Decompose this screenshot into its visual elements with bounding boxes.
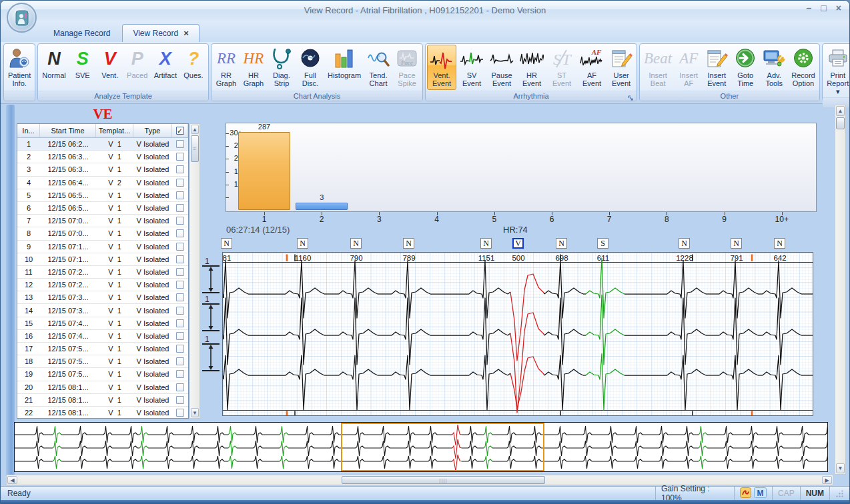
row-checkbox[interactable] <box>176 268 184 276</box>
main-scroll-thumb[interactable] <box>836 117 845 129</box>
beat-label-N[interactable]: N <box>679 238 690 249</box>
table-row[interactable]: 1912/15 07:5...V 1V Isolated <box>17 368 188 381</box>
ribbon-button-ques[interactable]: ?Ques. <box>180 45 207 90</box>
beat-label-V[interactable]: V <box>512 238 524 249</box>
column-header-type[interactable]: Type <box>133 124 172 137</box>
maximize-button[interactable]: □ <box>821 3 826 13</box>
beat-label-N[interactable]: N <box>403 238 414 249</box>
column-header-in[interactable]: In... <box>17 124 40 137</box>
row-checkbox[interactable] <box>176 281 184 289</box>
row-checkbox[interactable] <box>176 255 184 263</box>
minimize-button[interactable]: – <box>807 3 812 13</box>
ribbon-button-artifact[interactable]: XArtifact <box>151 45 179 90</box>
beat-label-N[interactable]: N <box>350 238 362 249</box>
row-checkbox[interactable] <box>176 165 184 173</box>
table-row[interactable]: 112/15 06:2...V 1V Isolated <box>17 138 188 151</box>
m-badge-icon[interactable]: M <box>754 487 767 500</box>
ribbon-button-histogram[interactable]: Histogram <box>325 45 364 90</box>
ribbon-button-insert-event[interactable]: InsertEvent <box>703 45 731 90</box>
table-row[interactable]: 712/15 07:0...V 1V Isolated <box>17 215 188 227</box>
ribbon-button-adv-tools[interactable]: Adv.Tools <box>760 45 788 90</box>
beat-label-S[interactable]: S <box>597 238 608 249</box>
row-checkbox[interactable] <box>176 370 184 378</box>
horizontal-scroll-thumb[interactable]: |||| <box>342 476 545 484</box>
row-checkbox[interactable] <box>176 191 184 199</box>
beat-label-N[interactable]: N <box>297 238 308 249</box>
row-checkbox[interactable] <box>176 409 184 417</box>
close-button[interactable]: × <box>836 3 841 13</box>
panel-splitter[interactable] <box>6 105 15 475</box>
row-checkbox[interactable] <box>176 307 184 315</box>
column-header-start-time[interactable]: Start Time <box>40 124 96 137</box>
scroll-left-icon[interactable]: ◀ <box>7 476 17 484</box>
beat-label-N[interactable]: N <box>731 238 742 249</box>
table-row[interactable]: 1612/15 07:4...V 1V Isolated <box>17 330 188 343</box>
row-checkbox[interactable] <box>176 140 184 148</box>
table-row[interactable]: 912/15 07:1...V 1V Isolated <box>17 241 188 253</box>
table-row[interactable]: 1312/15 07:3...V 1V Isolated <box>17 291 188 304</box>
ribbon-button-vent[interactable]: VVent. <box>97 45 123 90</box>
row-checkbox[interactable] <box>176 153 184 161</box>
row-checkbox[interactable] <box>176 243 184 251</box>
ribbon-button-af-event[interactable]: AFAFEvent <box>577 45 606 90</box>
overview-selection-box[interactable] <box>341 423 544 471</box>
ribbon-button-full-disc[interactable]: FullDisc. <box>296 45 324 90</box>
ribbon-button-sve[interactable]: SSVE <box>69 45 96 90</box>
table-row[interactable]: 212/15 06:3...V 1V Isolated <box>17 151 188 163</box>
ribbon-button-rr-graph[interactable]: RRRRGraph <box>213 45 240 90</box>
table-row[interactable]: 2012/15 08:1...V 1V Isolated <box>17 381 188 394</box>
row-checkbox[interactable] <box>176 383 184 391</box>
ribbon-button-patient-info[interactable]: PatientInfo. <box>5 45 33 90</box>
table-row[interactable]: 1212/15 07:2...V 1V Isolated <box>17 279 188 291</box>
dialog-launcher-icon[interactable] <box>628 92 635 99</box>
ribbon-button-normal[interactable]: NNormal <box>39 45 68 90</box>
ribbon-button-hr-graph[interactable]: HRHRGraph <box>240 45 267 90</box>
row-checkbox[interactable] <box>176 179 184 187</box>
tab-manage-record[interactable]: Manage Record <box>43 25 120 42</box>
row-checkbox[interactable] <box>176 217 184 225</box>
table-row[interactable]: 612/15 06:5...V 1V Isolated <box>17 202 188 215</box>
beat-label-N[interactable]: N <box>774 238 785 249</box>
table-row[interactable]: 2212/15 08:1...V 1V Isolated <box>17 407 188 419</box>
table-row[interactable]: 1512/15 07:4...V 1V Isolated <box>17 317 188 330</box>
histogram-bar-1[interactable] <box>238 132 290 210</box>
main-vertical-scrollbar[interactable]: ▲ ▼ <box>835 105 846 475</box>
tab-close-icon[interactable]: × <box>183 28 189 38</box>
scroll-right-icon[interactable]: ▶ <box>822 476 832 484</box>
ribbon-button-sv-event[interactable]: SVEvent <box>457 45 486 90</box>
resize-grip[interactable] <box>829 487 849 500</box>
beat-label-N[interactable]: N <box>221 238 232 249</box>
ribbon-button-tend-chart[interactable]: Tend.Chart <box>364 45 392 90</box>
row-checkbox[interactable] <box>176 396 184 404</box>
row-checkbox[interactable] <box>176 345 184 353</box>
ribbon-button-goto-time[interactable]: GotoTime <box>731 45 759 90</box>
table-row[interactable]: 1712/15 07:5...V 1V Isolated <box>17 343 188 355</box>
column-header-templat[interactable]: Templat... <box>96 124 133 137</box>
row-checkbox[interactable] <box>176 293 184 301</box>
table-row[interactable]: 1412/15 07:3...V 1V Isolated <box>17 304 188 317</box>
column-header-checkbox[interactable]: ✓ <box>172 124 188 137</box>
beat-label-N[interactable]: N <box>480 238 492 249</box>
row-checkbox[interactable] <box>176 332 184 340</box>
table-row[interactable]: 312/15 06:3...V 1V Isolated <box>17 163 188 176</box>
table-row[interactable]: 2112/15 08:1...V 1V Isolated <box>17 394 188 407</box>
scroll-down-icon[interactable]: ▼ <box>191 408 199 417</box>
ribbon-button-diag-strip[interactable]: Diag.Strip <box>268 45 296 90</box>
header-checkbox[interactable]: ✓ <box>176 127 184 135</box>
ribbon-button-record-option[interactable]: RecordOption <box>789 45 817 90</box>
table-row[interactable]: 812/15 07:0...V 1V Isolated <box>17 227 188 240</box>
scroll-down-icon[interactable]: ▼ <box>836 463 845 473</box>
ecg-strip[interactable]: 81116079078911515006986111228791642 <box>222 252 813 416</box>
table-row[interactable]: 1812/15 07:5...V 1V Isolated <box>17 355 188 368</box>
ve-table-scroll-thumb[interactable]: ≡ <box>191 135 199 162</box>
ribbon-button-print-report[interactable]: PrintReport ▾ <box>824 45 850 97</box>
row-checkbox[interactable] <box>176 229 184 237</box>
table-row[interactable]: 1112/15 07:2...V 1V Isolated <box>17 266 188 279</box>
app-logo-orb[interactable] <box>7 3 37 33</box>
ribbon-button-pause-event[interactable]: PauseEvent <box>487 45 516 90</box>
beat-label-N[interactable]: N <box>556 238 567 249</box>
row-checkbox[interactable] <box>176 204 184 212</box>
row-checkbox[interactable] <box>176 357 184 365</box>
scroll-up-icon[interactable]: ▲ <box>191 125 199 134</box>
tab-view-record[interactable]: View Record× <box>122 24 199 42</box>
